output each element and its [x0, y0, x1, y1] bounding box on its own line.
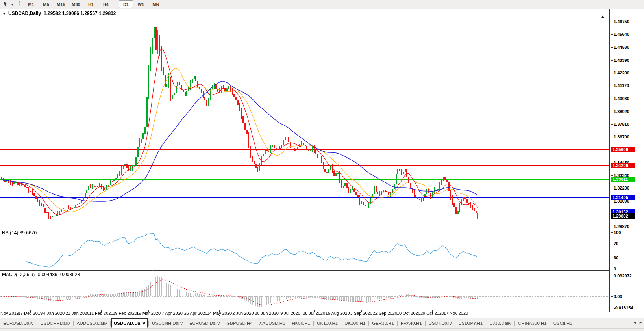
date-tick-label: 4 Jan 2020: [43, 311, 65, 316]
chart-tab-ger30-h1[interactable]: GER30,H1: [370, 318, 396, 328]
chart-shift-marker-icon[interactable]: ▲: [601, 14, 605, 19]
chart-tab-bar: EURUSD,DailyUSDCHF,DailyAUDUSD,DailyUSDC…: [0, 318, 644, 331]
tab-separator: [455, 321, 455, 326]
chart-tab-usdjpy-h1[interactable]: USDJPY,H1: [456, 318, 485, 328]
chart-tab-china300-h1[interactable]: CHINA300,H1: [516, 318, 549, 328]
chart-tab-fra40-h1[interactable]: FRA40,H1: [398, 318, 424, 328]
chart-tab-usdcad-daily[interactable]: USDCAD,Daily: [111, 318, 148, 328]
price-tick-label: 1.46750: [611, 19, 629, 24]
price-tick-label: 1.36700: [611, 134, 629, 139]
date-tick-label: 17 Nov 2020: [444, 311, 468, 316]
chart-tab-usoil-daily[interactable]: USOil,Daily: [426, 318, 454, 328]
tab-separator: [37, 321, 37, 326]
timeframe-toolbar: ▼ M1M5M15M30H1H4D1W1MN: [0, 0, 644, 9]
date-tick-label: 28 Jul 2020: [303, 311, 325, 316]
macd-tick-label: 0.00: [611, 294, 622, 299]
tab-separator: [110, 321, 111, 326]
chart-tab-uk100-h1[interactable]: UK100,H1: [315, 318, 340, 328]
timeframe-button-h1[interactable]: H1: [84, 0, 98, 8]
price-tick-label: 1.41170: [611, 83, 629, 88]
toolbar-separator: [116, 1, 116, 8]
date-tick-label: 28 Nov 2019: [0, 311, 19, 316]
date-tick-label: 3 Sep 2020: [350, 311, 372, 316]
cursor-tool-button[interactable]: [2, 0, 9, 9]
tab-bar-substrip: [0, 328, 644, 331]
date-tick-label: 17 Dec 2019: [18, 311, 43, 316]
date-tick-label: 15 Aug 2020: [326, 311, 350, 316]
price-tick-label: 1.45640: [611, 32, 629, 37]
price-level-badge: 1.31405: [611, 195, 635, 200]
chart-tab-usdchf-daily[interactable]: USDCHF,Daily: [38, 318, 72, 328]
price-tick-label: 1.28870: [611, 224, 629, 229]
timeframe-button-m30[interactable]: M30: [69, 0, 83, 8]
macd-tick-label: 0.032972: [611, 273, 632, 278]
tab-separator: [486, 321, 486, 326]
price-level-badge: 1.33011: [611, 177, 635, 182]
timeframe-group: M1M5M15M30H1H4D1W1MN: [24, 0, 163, 8]
rsi-tick-label: 70: [611, 241, 618, 246]
price-tick-label: 1.38920: [611, 109, 629, 114]
chart-window: ▼USDCAD,Daily 1.29582 1.30086 1.29567 1.…: [0, 9, 644, 318]
tab-separator: [397, 321, 398, 326]
chart-tab-dj30-daily[interactable]: DJ30,Daily: [487, 318, 514, 328]
tab-separator: [368, 321, 369, 326]
date-tick-label: 29 Feb 2020: [113, 311, 137, 316]
tab-separator: [514, 321, 515, 326]
macd-tick-label: -0.018154: [611, 305, 633, 310]
chart-cursor-icon: [3, 1, 8, 8]
timeframe-button-mn[interactable]: MN: [149, 0, 163, 8]
date-tick-label: 14 May 2020: [207, 311, 232, 316]
rsi-tick-label: 100: [611, 230, 621, 235]
toolbar-grip-handle[interactable]: [19, 1, 20, 7]
timeframe-button-m15[interactable]: M15: [54, 0, 68, 8]
price-chart-canvas[interactable]: [0, 9, 610, 318]
price-tick-label: 1.32230: [611, 186, 629, 190]
timeframe-button-h4[interactable]: H4: [99, 0, 113, 8]
chart-tab-uk100-h1[interactable]: UK100,H1: [342, 318, 368, 328]
chart-symbol-label: USDCAD,Daily: [8, 11, 41, 16]
tab-separator: [256, 321, 256, 326]
timeframe-button-d1[interactable]: D1: [119, 0, 133, 8]
chart-ohlc-values: 1.29582 1.30086 1.29567 1.29802: [44, 11, 116, 16]
tab-scroll-right-icon[interactable]: ►: [639, 320, 642, 324]
collapse-chart-icon[interactable]: ▼: [2, 12, 6, 16]
price-tick-label: 1.40030: [611, 96, 629, 101]
chart-tab-usoil-h1[interactable]: USOil,H1: [551, 318, 575, 328]
tab-separator: [148, 321, 149, 326]
date-tick-label: 10 Oct 2020: [397, 311, 420, 316]
chart-tab-hk50-h1[interactable]: HK50,H1: [290, 318, 313, 328]
chart-tab-eurusd-daily[interactable]: EURUSD,Daily: [1, 318, 36, 328]
trading-app-window: ▼ M1M5M15M30H1H4D1W1MN ▼USDCAD,Daily 1.2…: [0, 0, 644, 331]
tab-separator: [550, 321, 550, 326]
cursor-tool-caret-icon[interactable]: ▼: [9, 2, 15, 7]
tab-separator: [425, 321, 426, 326]
date-tick-label: 22 Sep 2020: [373, 311, 397, 316]
tab-separator: [341, 321, 341, 326]
tab-scroll-left-icon[interactable]: ◄: [633, 320, 637, 324]
date-tick-label: 20 Jun 2020: [255, 311, 279, 316]
tab-separator: [73, 321, 74, 326]
date-tick-label: 25 Apr 2020: [184, 311, 207, 316]
price-level-badge: 1.35606: [611, 147, 635, 152]
tab-separator: [186, 321, 186, 326]
chart-tab-usdcnh-daily[interactable]: USDCNH,Daily: [150, 318, 185, 328]
chart-title: ▼USDCAD,Daily 1.29582 1.30086 1.29567 1.…: [2, 11, 116, 16]
timeframe-button-m1[interactable]: M1: [24, 0, 38, 8]
timeframe-button-w1[interactable]: W1: [134, 0, 148, 8]
date-tick-label: 9 Jul 2020: [280, 311, 300, 316]
tab-separator: [289, 321, 289, 326]
time-axis: 28 Nov 201917 Dec 20194 Jan 202023 Jan 2…: [0, 310, 610, 318]
price-level-badge: 1.29802: [611, 213, 635, 219]
rsi-tick-label: 0: [611, 266, 616, 271]
timeframe-button-m5[interactable]: M5: [39, 0, 53, 8]
macd-indicator-label: MACD(12,26,9) -0.004489 -0.003528: [2, 272, 80, 277]
price-tick-label: 1.37810: [611, 122, 629, 126]
price-tick-label: 1.42280: [611, 71, 629, 75]
rsi-indicator-label: RSI(14) 39.6670: [2, 230, 37, 236]
chart-tab-eurusd-daily[interactable]: EURUSD,Daily: [187, 318, 222, 328]
date-tick-label: 23 Jan 2020: [66, 311, 90, 316]
chart-tab-audusd-daily[interactable]: AUDUSD,Daily: [74, 318, 109, 328]
date-tick-label: 7 Apr 2020: [162, 311, 183, 316]
chart-tab-gbpusd-h4[interactable]: GBPUSD,H4: [224, 318, 255, 328]
chart-tab-xauusd-h1[interactable]: XAUUSD,H1: [257, 318, 288, 328]
